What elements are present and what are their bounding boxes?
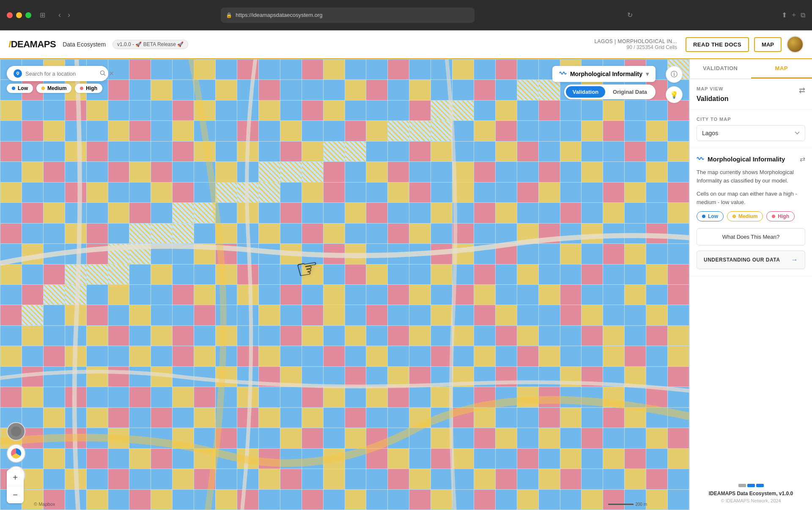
- scale-label: 200 m: [635, 502, 647, 507]
- search-input[interactable]: [25, 71, 96, 77]
- read-docs-button[interactable]: READ THE DOCS: [686, 37, 749, 52]
- brand-subtitle: Data Ecosystem: [63, 41, 106, 48]
- map-header-button[interactable]: MAP: [754, 37, 782, 52]
- panel-medium-dot: [732, 215, 736, 218]
- panel-legend: Low Medium High: [697, 211, 805, 221]
- morph-section-header: Morphological Informality ⇄: [697, 155, 805, 163]
- medium-dot: [41, 87, 45, 90]
- lightbulb-btn[interactable]: 💡: [666, 86, 683, 103]
- morph-info-section: Morphological Informality ⇄ The map curr…: [690, 148, 812, 276]
- logo-container: IDEAMAPS: [8, 39, 56, 50]
- back-btn[interactable]: ‹: [57, 9, 63, 21]
- app-container: IDEAMAPS Data Ecosystem v1.0.0 - 🚀 BETA …: [0, 30, 812, 510]
- footer-bar-2: [747, 484, 755, 487]
- svg-point-0: [17, 72, 19, 74]
- app-header: IDEAMAPS Data Ecosystem v1.0.0 - 🚀 BETA …: [0, 30, 812, 59]
- legend-medium: Medium: [36, 84, 71, 93]
- map-view-value: Validation: [697, 95, 805, 103]
- minimize-traffic-light[interactable]: [16, 12, 22, 18]
- tabs-btn[interactable]: ⧉: [801, 11, 805, 19]
- share-btn[interactable]: ⬆: [782, 11, 787, 19]
- morph-description-1: The map currently shows Morphological In…: [697, 168, 805, 185]
- search-icon-btn[interactable]: [100, 70, 106, 77]
- original-data-toggle-btn[interactable]: Original Data: [606, 86, 654, 98]
- panel-legend-high: High: [766, 211, 795, 221]
- info-btn[interactable]: ⓘ: [666, 66, 683, 83]
- footer-title: IDEAMAPS Data Ecosystem, v1.0.0: [697, 491, 805, 496]
- location-icon: [14, 69, 22, 78]
- city-label: LAGOS | MORPHOLOGICAL IN...: [594, 38, 677, 44]
- low-label: Low: [18, 85, 28, 91]
- map-area[interactable]: ☞ ✕ Low: [0, 59, 689, 510]
- traffic-lights: [7, 12, 31, 18]
- map-grid-overlay: [0, 59, 689, 510]
- legend-high: High: [75, 84, 102, 93]
- browser-chrome: ⊞ ‹ › 🔒 https://ideamapsdataecosystem.or…: [0, 0, 812, 30]
- sidebar-toggle-btn[interactable]: ⊞: [36, 9, 48, 21]
- understanding-data-link[interactable]: UNDERSTANDING OUR DATA →: [697, 251, 805, 269]
- footer-bar-3: [756, 484, 764, 487]
- morph-section-title: Morphological Informality: [708, 155, 796, 163]
- validation-toggle-btn[interactable]: Validation: [566, 86, 605, 98]
- morph-refresh-btn[interactable]: ⇄: [800, 155, 805, 163]
- high-label: High: [86, 85, 97, 91]
- grid-cells-count: 90 / 325354 Grid Cells: [594, 44, 677, 50]
- grayscale-layer-btn[interactable]: [7, 422, 25, 441]
- morph-caret-icon: ▾: [646, 71, 649, 77]
- url-text: https://ideamapsdataecosystem.org: [236, 12, 322, 18]
- medium-label: Medium: [47, 85, 66, 91]
- map-view-swap-btn[interactable]: ⇄: [799, 86, 805, 95]
- morph-section-wave-icon: [697, 155, 704, 163]
- panel-tabs: VALIDATION MAP: [690, 59, 812, 79]
- map-info-buttons: ⓘ 💡: [666, 66, 683, 103]
- what-does-mean-btn[interactable]: What Does This Mean?: [697, 228, 805, 245]
- panel-low-label: Low: [708, 213, 718, 219]
- panel-low-dot: [702, 215, 705, 218]
- map-canvas: ☞ ✕ Low: [0, 59, 689, 510]
- understanding-label: UNDERSTANDING OUR DATA: [704, 257, 780, 263]
- morph-dropdown[interactable]: Morphological Informality ▾: [552, 66, 656, 82]
- morph-dropdown-label: Morphological Informality: [570, 71, 642, 77]
- zoom-in-btn[interactable]: +: [7, 469, 24, 486]
- tab-map[interactable]: MAP: [751, 59, 812, 79]
- high-dot: [80, 87, 83, 90]
- maximize-traffic-light[interactable]: [25, 12, 31, 18]
- layer-circle-icon: [11, 448, 21, 458]
- legend-low: Low: [7, 84, 33, 93]
- logo: IDEAMAPS: [8, 39, 56, 50]
- avatar[interactable]: [787, 36, 804, 53]
- panel-legend-medium: Medium: [727, 211, 763, 221]
- zoom-controls: + −: [7, 469, 24, 503]
- low-dot: [12, 87, 15, 90]
- footer-logo-bars: [697, 484, 805, 487]
- validation-toggle-group: Validation Original Data: [564, 85, 656, 99]
- refresh-btn[interactable]: ↻: [627, 11, 633, 19]
- zoom-out-btn[interactable]: −: [7, 486, 24, 503]
- arrow-right-icon: →: [791, 256, 798, 264]
- address-bar[interactable]: 🔒 https://ideamapsdataecosystem.org: [221, 8, 475, 23]
- browser-action-buttons: ⬆ ＋ ⧉: [782, 11, 805, 19]
- city-to-map-label: CITY TO MAP: [697, 117, 805, 122]
- new-tab-btn[interactable]: ＋: [790, 11, 797, 19]
- city-to-map-section: CITY TO MAP Lagos: [690, 110, 812, 148]
- panel-high-dot: [772, 215, 775, 218]
- header-right: LAGOS | MORPHOLOGICAL IN... 90 / 325354 …: [594, 36, 804, 53]
- panel-medium-label: Medium: [738, 213, 757, 219]
- mapbox-credit: © Mapbox: [34, 502, 55, 507]
- colored-layer-btn[interactable]: [7, 444, 25, 463]
- avatar-image: [787, 37, 803, 52]
- svg-point-2: [101, 71, 104, 74]
- close-traffic-light[interactable]: [7, 12, 13, 18]
- morph-description-2: Cells on our map can either have a high …: [697, 190, 805, 206]
- clear-search-btn[interactable]: ✕: [109, 70, 114, 77]
- panel-high-label: High: [778, 213, 789, 219]
- panel-legend-low: Low: [697, 211, 724, 221]
- right-panel: VALIDATION MAP MAP VIEW ⇄ Validation CIT…: [689, 59, 812, 510]
- tab-validation[interactable]: VALIDATION: [690, 59, 751, 79]
- footer-copyright: © IDEAMAPS Network, 2024: [697, 498, 805, 503]
- forward-btn[interactable]: ›: [66, 9, 72, 21]
- city-info: LAGOS | MORPHOLOGICAL IN... 90 / 325354 …: [594, 38, 677, 50]
- map-search-bar[interactable]: ✕: [7, 66, 108, 81]
- map-view-section: MAP VIEW ⇄ Validation: [690, 79, 812, 110]
- city-select[interactable]: Lagos: [697, 125, 805, 141]
